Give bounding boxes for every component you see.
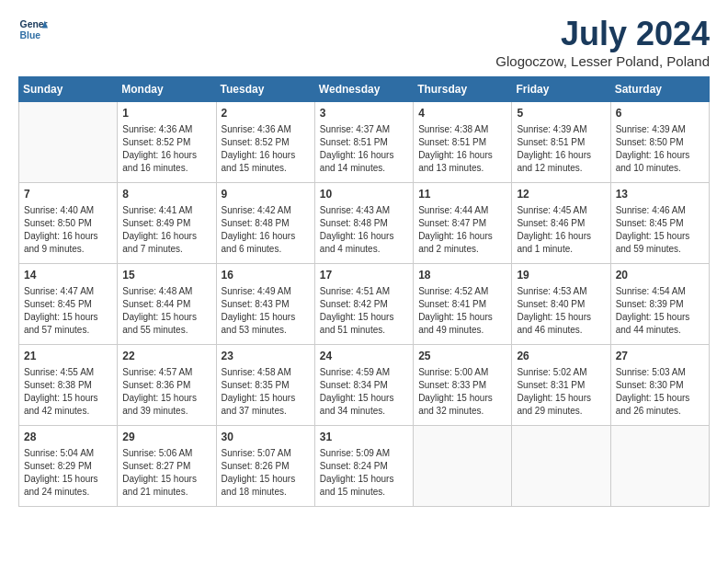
calendar-body: 1Sunrise: 4:36 AM Sunset: 8:52 PM Daylig… bbox=[19, 102, 710, 507]
day-number: 23 bbox=[222, 349, 310, 364]
day-info: Sunrise: 4:41 AM Sunset: 8:49 PM Dayligh… bbox=[122, 204, 210, 256]
calendar-cell: 30Sunrise: 5:07 AM Sunset: 8:26 PM Dayli… bbox=[216, 426, 314, 507]
svg-text:Blue: Blue bbox=[20, 30, 41, 40]
calendar-cell: 22Sunrise: 4:57 AM Sunset: 8:36 PM Dayli… bbox=[118, 345, 216, 426]
day-number: 12 bbox=[517, 187, 605, 202]
day-number: 28 bbox=[24, 430, 112, 445]
calendar-cell: 15Sunrise: 4:48 AM Sunset: 8:44 PM Dayli… bbox=[118, 264, 216, 345]
day-number: 19 bbox=[517, 268, 605, 283]
calendar-week-row: 28Sunrise: 5:04 AM Sunset: 8:29 PM Dayli… bbox=[19, 426, 710, 507]
day-info: Sunrise: 4:36 AM Sunset: 8:52 PM Dayligh… bbox=[222, 123, 310, 175]
day-info: Sunrise: 5:04 AM Sunset: 8:29 PM Dayligh… bbox=[24, 447, 112, 499]
title-block: July 2024 Glogoczow, Lesser Poland, Pola… bbox=[495, 15, 710, 69]
day-number: 26 bbox=[517, 349, 605, 364]
day-info: Sunrise: 4:42 AM Sunset: 8:48 PM Dayligh… bbox=[222, 204, 310, 256]
calendar-cell: 11Sunrise: 4:44 AM Sunset: 8:47 PM Dayli… bbox=[414, 183, 512, 264]
day-number: 21 bbox=[24, 349, 112, 364]
header-day: Saturday bbox=[610, 77, 709, 102]
day-info: Sunrise: 4:57 AM Sunset: 8:36 PM Dayligh… bbox=[122, 366, 210, 418]
day-info: Sunrise: 4:36 AM Sunset: 8:52 PM Dayligh… bbox=[122, 123, 210, 175]
day-info: Sunrise: 5:03 AM Sunset: 8:30 PM Dayligh… bbox=[616, 366, 704, 418]
calendar-cell: 14Sunrise: 4:47 AM Sunset: 8:45 PM Dayli… bbox=[19, 264, 118, 345]
calendar-cell: 17Sunrise: 4:51 AM Sunset: 8:42 PM Dayli… bbox=[314, 264, 413, 345]
calendar-cell: 25Sunrise: 5:00 AM Sunset: 8:33 PM Dayli… bbox=[414, 345, 512, 426]
calendar-cell: 8Sunrise: 4:41 AM Sunset: 8:49 PM Daylig… bbox=[118, 183, 216, 264]
calendar-cell: 6Sunrise: 4:39 AM Sunset: 8:50 PM Daylig… bbox=[610, 102, 709, 183]
day-info: Sunrise: 4:59 AM Sunset: 8:34 PM Dayligh… bbox=[320, 366, 408, 418]
calendar-cell: 9Sunrise: 4:42 AM Sunset: 8:48 PM Daylig… bbox=[216, 183, 314, 264]
calendar-cell bbox=[610, 426, 709, 507]
day-info: Sunrise: 4:49 AM Sunset: 8:43 PM Dayligh… bbox=[222, 285, 310, 337]
day-number: 3 bbox=[320, 106, 408, 121]
day-info: Sunrise: 4:39 AM Sunset: 8:50 PM Dayligh… bbox=[616, 123, 704, 175]
day-info: Sunrise: 4:47 AM Sunset: 8:45 PM Dayligh… bbox=[24, 285, 112, 337]
day-info: Sunrise: 4:48 AM Sunset: 8:44 PM Dayligh… bbox=[122, 285, 210, 337]
calendar-cell: 27Sunrise: 5:03 AM Sunset: 8:30 PM Dayli… bbox=[610, 345, 709, 426]
calendar-cell: 5Sunrise: 4:39 AM Sunset: 8:51 PM Daylig… bbox=[512, 102, 610, 183]
day-number: 6 bbox=[616, 106, 704, 121]
day-info: Sunrise: 4:55 AM Sunset: 8:38 PM Dayligh… bbox=[24, 366, 112, 418]
day-number: 27 bbox=[616, 349, 704, 364]
calendar-cell: 28Sunrise: 5:04 AM Sunset: 8:29 PM Dayli… bbox=[19, 426, 118, 507]
day-number: 5 bbox=[517, 106, 605, 121]
day-info: Sunrise: 5:06 AM Sunset: 8:27 PM Dayligh… bbox=[122, 447, 210, 499]
calendar-table: SundayMondayTuesdayWednesdayThursdayFrid… bbox=[18, 76, 710, 507]
day-number: 17 bbox=[320, 268, 408, 283]
day-number: 1 bbox=[122, 106, 210, 121]
calendar-header: SundayMondayTuesdayWednesdayThursdayFrid… bbox=[19, 77, 710, 102]
calendar-cell: 20Sunrise: 4:54 AM Sunset: 8:39 PM Dayli… bbox=[610, 264, 709, 345]
location: Glogoczow, Lesser Poland, Poland bbox=[495, 53, 710, 69]
calendar-cell: 21Sunrise: 4:55 AM Sunset: 8:38 PM Dayli… bbox=[19, 345, 118, 426]
header-day: Friday bbox=[512, 77, 610, 102]
calendar-cell: 24Sunrise: 4:59 AM Sunset: 8:34 PM Dayli… bbox=[314, 345, 413, 426]
logo-icon: General Blue bbox=[18, 15, 48, 44]
day-number: 29 bbox=[122, 430, 210, 445]
day-number: 10 bbox=[320, 187, 408, 202]
day-info: Sunrise: 4:58 AM Sunset: 8:35 PM Dayligh… bbox=[222, 366, 310, 418]
day-number: 18 bbox=[418, 268, 506, 283]
calendar-cell: 10Sunrise: 4:43 AM Sunset: 8:48 PM Dayli… bbox=[314, 183, 413, 264]
calendar-cell: 18Sunrise: 4:52 AM Sunset: 8:41 PM Dayli… bbox=[414, 264, 512, 345]
calendar-cell: 7Sunrise: 4:40 AM Sunset: 8:50 PM Daylig… bbox=[19, 183, 118, 264]
day-number: 4 bbox=[418, 106, 506, 121]
day-info: Sunrise: 4:52 AM Sunset: 8:41 PM Dayligh… bbox=[418, 285, 506, 337]
header-day: Tuesday bbox=[216, 77, 314, 102]
month-title: July 2024 bbox=[495, 15, 710, 53]
calendar-cell bbox=[19, 102, 118, 183]
day-info: Sunrise: 4:46 AM Sunset: 8:45 PM Dayligh… bbox=[616, 204, 704, 256]
calendar-cell: 12Sunrise: 4:45 AM Sunset: 8:46 PM Dayli… bbox=[512, 183, 610, 264]
day-info: Sunrise: 4:43 AM Sunset: 8:48 PM Dayligh… bbox=[320, 204, 408, 256]
day-info: Sunrise: 4:51 AM Sunset: 8:42 PM Dayligh… bbox=[320, 285, 408, 337]
calendar-cell: 1Sunrise: 4:36 AM Sunset: 8:52 PM Daylig… bbox=[118, 102, 216, 183]
calendar-cell: 31Sunrise: 5:09 AM Sunset: 8:24 PM Dayli… bbox=[314, 426, 413, 507]
calendar-week-row: 1Sunrise: 4:36 AM Sunset: 8:52 PM Daylig… bbox=[19, 102, 710, 183]
calendar-cell: 13Sunrise: 4:46 AM Sunset: 8:45 PM Dayli… bbox=[610, 183, 709, 264]
header-row: SundayMondayTuesdayWednesdayThursdayFrid… bbox=[19, 77, 710, 102]
calendar-week-row: 14Sunrise: 4:47 AM Sunset: 8:45 PM Dayli… bbox=[19, 264, 710, 345]
calendar-cell: 19Sunrise: 4:53 AM Sunset: 8:40 PM Dayli… bbox=[512, 264, 610, 345]
day-info: Sunrise: 4:40 AM Sunset: 8:50 PM Dayligh… bbox=[24, 204, 112, 256]
header-day: Sunday bbox=[19, 77, 118, 102]
calendar-cell: 16Sunrise: 4:49 AM Sunset: 8:43 PM Dayli… bbox=[216, 264, 314, 345]
day-number: 2 bbox=[222, 106, 310, 121]
day-info: Sunrise: 5:07 AM Sunset: 8:26 PM Dayligh… bbox=[222, 447, 310, 499]
day-number: 8 bbox=[122, 187, 210, 202]
day-info: Sunrise: 5:09 AM Sunset: 8:24 PM Dayligh… bbox=[320, 447, 408, 499]
day-number: 22 bbox=[122, 349, 210, 364]
calendar-cell: 29Sunrise: 5:06 AM Sunset: 8:27 PM Dayli… bbox=[118, 426, 216, 507]
day-number: 16 bbox=[222, 268, 310, 283]
day-info: Sunrise: 5:00 AM Sunset: 8:33 PM Dayligh… bbox=[418, 366, 506, 418]
day-number: 24 bbox=[320, 349, 408, 364]
day-info: Sunrise: 4:45 AM Sunset: 8:46 PM Dayligh… bbox=[517, 204, 605, 256]
calendar-cell bbox=[414, 426, 512, 507]
day-info: Sunrise: 4:39 AM Sunset: 8:51 PM Dayligh… bbox=[517, 123, 605, 175]
calendar-week-row: 21Sunrise: 4:55 AM Sunset: 8:38 PM Dayli… bbox=[19, 345, 710, 426]
day-number: 13 bbox=[616, 187, 704, 202]
day-info: Sunrise: 4:44 AM Sunset: 8:47 PM Dayligh… bbox=[418, 204, 506, 256]
calendar-cell bbox=[512, 426, 610, 507]
calendar-cell: 26Sunrise: 5:02 AM Sunset: 8:31 PM Dayli… bbox=[512, 345, 610, 426]
calendar-cell: 3Sunrise: 4:37 AM Sunset: 8:51 PM Daylig… bbox=[314, 102, 413, 183]
header-day: Wednesday bbox=[314, 77, 413, 102]
calendar-cell: 4Sunrise: 4:38 AM Sunset: 8:51 PM Daylig… bbox=[414, 102, 512, 183]
calendar-cell: 23Sunrise: 4:58 AM Sunset: 8:35 PM Dayli… bbox=[216, 345, 314, 426]
